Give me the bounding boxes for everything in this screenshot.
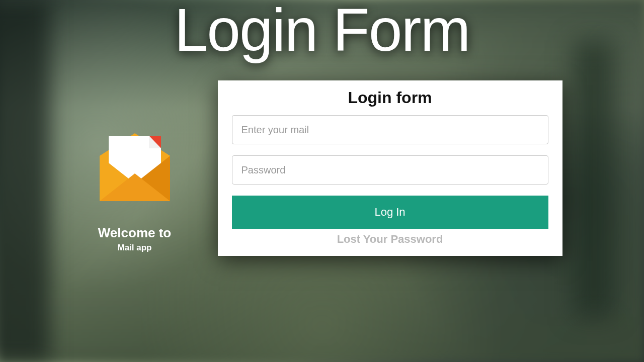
content-row: Welcome to Mail app Login form Log In Lo… [0, 80, 644, 256]
form-title: Login form [232, 88, 548, 107]
login-card: Login form Log In Lost Your Password [218, 80, 562, 256]
mail-envelope-icon [82, 111, 188, 216]
password-field[interactable] [232, 155, 548, 185]
welcome-title: Welcome to [82, 225, 188, 241]
lost-password-link[interactable]: Lost Your Password [232, 233, 548, 246]
page-title: Login Form [175, 0, 470, 64]
sidebar: Welcome to Mail app [82, 111, 188, 253]
welcome-subtitle: Mail app [82, 243, 188, 253]
login-button[interactable]: Log In [232, 196, 548, 229]
email-field[interactable] [232, 115, 548, 144]
